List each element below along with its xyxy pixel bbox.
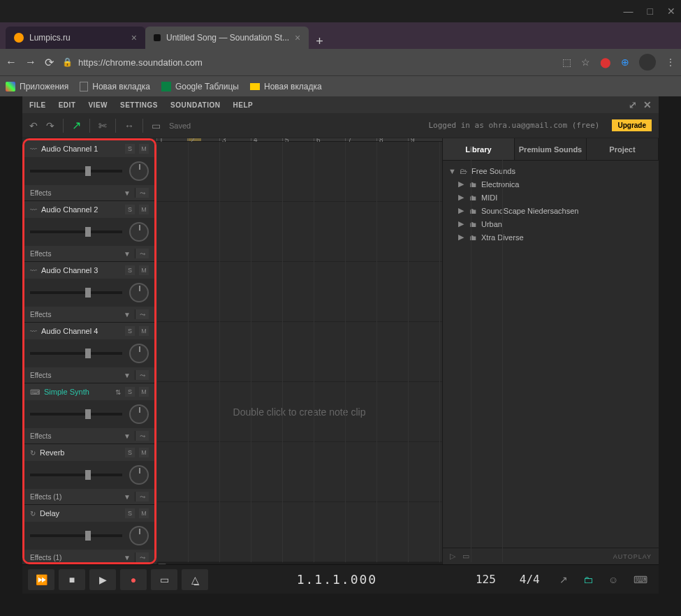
play-preview-icon[interactable]: ▷ xyxy=(450,552,455,561)
rewind-button[interactable]: ⏩ xyxy=(28,569,54,590)
effects-row[interactable]: Effects ▼ ⤳ xyxy=(24,185,154,200)
solo-button[interactable]: S xyxy=(125,448,135,457)
channel-header[interactable]: ↻ Reverb S M xyxy=(24,444,154,461)
pan-knob[interactable] xyxy=(129,161,149,181)
dropdown-icon[interactable]: ▼ xyxy=(124,493,131,501)
menu-help[interactable]: HELP xyxy=(233,101,254,109)
solo-button[interactable]: S xyxy=(125,144,135,154)
star-icon[interactable]: ☆ xyxy=(581,57,590,68)
menu-soundation[interactable]: SOUNDATION xyxy=(170,101,220,109)
fx-route-button[interactable]: ⤳ xyxy=(135,188,149,198)
volume-slider[interactable] xyxy=(30,474,122,476)
save-icon[interactable]: ▭ xyxy=(152,120,161,131)
mute-button[interactable]: M xyxy=(139,205,149,214)
pan-knob[interactable] xyxy=(129,526,149,545)
bookmark-item[interactable]: Новая вкладка xyxy=(80,82,150,91)
tab-library[interactable]: Library xyxy=(443,138,515,160)
mute-button[interactable]: M xyxy=(139,387,149,397)
expand-icon[interactable]: ⤢ xyxy=(629,99,638,110)
slider-thumb[interactable] xyxy=(85,531,91,541)
dropdown-icon[interactable]: ▼ xyxy=(124,554,131,562)
channel-header[interactable]: ↻ Delay S M xyxy=(24,505,154,522)
slider-thumb[interactable] xyxy=(85,227,91,237)
solo-button[interactable]: S xyxy=(125,387,135,397)
back-button[interactable]: ← xyxy=(6,56,17,68)
pan-knob[interactable] xyxy=(129,404,149,424)
loop-button[interactable]: ▭ xyxy=(151,569,177,590)
dropdown-icon[interactable]: ⇅ xyxy=(115,388,121,396)
scroll-thumb[interactable] xyxy=(158,564,166,564)
url-field[interactable]: 🔒 https://chrome.soundation.com xyxy=(62,57,554,68)
autoplay-toggle[interactable]: AUTOPLAY xyxy=(613,553,652,560)
fx-route-button[interactable]: ⤳ xyxy=(135,249,149,258)
globe-icon[interactable]: ⊕ xyxy=(621,57,629,68)
menu-icon[interactable]: ⋮ xyxy=(666,57,675,68)
tree-item[interactable]: ▶ 🖿 SoundScape Niedersachsen xyxy=(446,204,656,217)
effects-row[interactable]: Effects ▼ ⤳ xyxy=(24,307,154,322)
fx-route-button[interactable]: ⤳ xyxy=(135,370,149,380)
track-row[interactable] xyxy=(156,502,442,562)
slider-thumb[interactable] xyxy=(85,409,91,419)
fx-route-button[interactable]: ⤳ xyxy=(135,552,149,562)
channel-name[interactable]: Audio Channel 3 xyxy=(41,266,121,274)
mute-button[interactable]: M xyxy=(139,326,149,336)
track-row[interactable]: Double click to create note clip xyxy=(156,382,442,442)
smiley-icon[interactable]: ☺ xyxy=(603,574,624,585)
solo-button[interactable]: S xyxy=(125,265,135,275)
channel-header[interactable]: 〰 Audio Channel 2 S M xyxy=(24,201,154,218)
share-icon[interactable]: ↗ xyxy=(554,574,573,585)
channel-header[interactable]: 〰 Audio Channel 1 S M xyxy=(24,140,154,157)
channel-name[interactable]: Audio Channel 2 xyxy=(41,205,121,214)
minimize-button[interactable]: — xyxy=(624,6,634,17)
fx-route-button[interactable]: ⤳ xyxy=(135,431,149,441)
slider-thumb[interactable] xyxy=(85,288,91,298)
tab-soundation[interactable]: Untitled Song — Soundation St... × xyxy=(145,27,309,49)
tab-project[interactable]: Project xyxy=(587,138,659,160)
record-button[interactable]: ● xyxy=(120,569,147,590)
adblock-icon[interactable]: ⬤ xyxy=(600,57,611,68)
channel-header[interactable]: 〰 Audio Channel 4 S M xyxy=(24,323,154,339)
bookmark-item[interactable]: Новая вкладка xyxy=(250,82,322,91)
volume-slider[interactable] xyxy=(30,352,122,355)
tree-item[interactable]: ▶ 🖿 MIDI xyxy=(446,191,656,204)
channel-name[interactable]: Simple Synth xyxy=(44,388,111,396)
pan-knob[interactable] xyxy=(129,344,149,363)
solo-button[interactable]: S xyxy=(125,326,135,336)
loop-preview-icon[interactable]: ▭ xyxy=(462,552,469,561)
mute-button[interactable]: M xyxy=(139,265,149,275)
solo-button[interactable]: S xyxy=(125,508,135,518)
channel-header[interactable]: ⌨ Simple Synth ⇅ S M xyxy=(24,383,154,400)
pan-knob[interactable] xyxy=(129,222,149,242)
channel-name[interactable]: Delay xyxy=(40,509,121,518)
tree-item[interactable]: ▶ 🖿 Urban xyxy=(446,217,656,230)
slider-thumb[interactable] xyxy=(85,349,91,358)
dropdown-icon[interactable]: ▼ xyxy=(124,250,131,258)
upgrade-button[interactable]: Upgrade xyxy=(612,119,652,131)
app-close-icon[interactable]: ✕ xyxy=(643,99,652,110)
piano-icon[interactable]: ⌨ xyxy=(628,574,653,585)
apps-bookmark[interactable]: Приложения xyxy=(6,82,68,91)
volume-slider[interactable] xyxy=(30,230,122,233)
channel-name[interactable]: Reverb xyxy=(40,448,121,457)
close-button[interactable]: ✕ xyxy=(667,6,675,17)
effects-row[interactable]: Effects (1) ▼ ⤳ xyxy=(24,550,154,564)
position-display[interactable]: 1.1.1.000 xyxy=(212,572,462,587)
slider-thumb[interactable] xyxy=(85,166,91,176)
tree-item[interactable]: ▶ 🖿 Xtra Diverse xyxy=(446,230,656,244)
profile-avatar[interactable] xyxy=(639,54,656,71)
undo-button[interactable]: ↶ xyxy=(29,120,38,131)
pan-knob[interactable] xyxy=(129,283,149,302)
fx-route-button[interactable]: ⤳ xyxy=(135,309,149,319)
bookmark-item[interactable]: Google Таблицы xyxy=(161,82,239,91)
translate-icon[interactable]: ⬚ xyxy=(562,57,571,68)
stop-button[interactable]: ■ xyxy=(59,569,85,590)
horizontal-scrollbar[interactable] xyxy=(156,562,442,564)
channel-header[interactable]: 〰 Audio Channel 3 S M xyxy=(24,262,154,279)
metronome-button[interactable]: △̲ xyxy=(182,569,208,590)
slider-thumb[interactable] xyxy=(85,470,91,480)
redo-button[interactable]: ↷ xyxy=(46,120,54,131)
tab-lumpics[interactable]: Lumpics.ru × xyxy=(6,27,145,49)
volume-slider[interactable] xyxy=(30,170,122,173)
tree-root[interactable]: ▼ 🗁 Free Sounds xyxy=(446,165,656,177)
track-row[interactable] xyxy=(156,262,442,322)
